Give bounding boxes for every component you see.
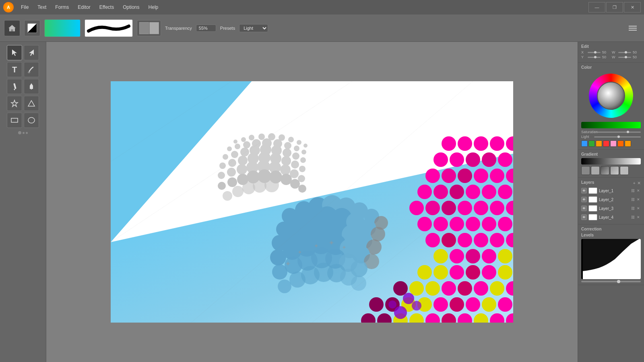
layer-1-lock[interactable]: ✕ xyxy=(636,188,641,193)
transparency-input[interactable] xyxy=(196,25,216,32)
pen-tool[interactable] xyxy=(7,79,22,94)
layout-toggle[interactable] xyxy=(137,20,161,36)
color-preview[interactable] xyxy=(44,19,80,37)
menu-editor[interactable]: Editor xyxy=(74,3,94,12)
ellipse-icon xyxy=(27,116,35,124)
gradient-bar[interactable] xyxy=(581,158,641,165)
gradient-preset-5[interactable] xyxy=(620,166,629,175)
restore-button[interactable]: ❐ xyxy=(606,2,623,12)
layer-3-actions: ⛓ ✕ xyxy=(630,206,641,211)
svg-point-194 xyxy=(482,249,496,263)
swatch-amber[interactable] xyxy=(625,140,631,147)
menu-help[interactable]: Help xyxy=(144,3,163,12)
layer-item-1[interactable]: 👁 Layer_1 ⛓ ✕ xyxy=(581,186,641,195)
layer-eye-1[interactable]: 👁 xyxy=(581,188,587,193)
svg-point-150 xyxy=(417,185,432,199)
layer-eye-2[interactable]: 👁 xyxy=(581,197,587,202)
layer-2-link[interactable]: ⛓ xyxy=(630,197,635,202)
layer-4-link[interactable]: ⛓ xyxy=(630,215,635,220)
svg-text:✦: ✦ xyxy=(297,249,302,255)
layer-2-lock[interactable]: ✕ xyxy=(636,197,641,202)
layers-add-button[interactable]: + xyxy=(633,181,636,186)
layer-item-4[interactable]: 👁 Layer_4 ⛓ ✕ xyxy=(581,213,641,222)
brush-preview[interactable] xyxy=(85,19,133,37)
text-tool[interactable]: T xyxy=(7,62,22,77)
svg-point-66 xyxy=(298,185,306,193)
swatch-red[interactable] xyxy=(603,140,609,147)
svg-point-171 xyxy=(417,217,432,231)
swatch-green[interactable] xyxy=(588,140,595,147)
svg-point-59 xyxy=(227,177,237,187)
brush-tool[interactable] xyxy=(24,62,39,77)
menu-options[interactable]: Options xyxy=(119,3,143,12)
levels-slider[interactable] xyxy=(581,281,641,282)
svg-point-67 xyxy=(223,191,232,201)
svg-point-39 xyxy=(300,157,306,163)
layer-item-3[interactable]: 👁 Layer_3 ⛓ ✕ xyxy=(581,204,641,213)
svg-marker-5 xyxy=(28,101,35,106)
swatch-orange1[interactable] xyxy=(596,140,602,147)
menu-forms[interactable]: Forms xyxy=(51,3,73,12)
minimize-button[interactable]: — xyxy=(588,2,605,12)
perspective-w2-slider[interactable] xyxy=(618,57,631,58)
color-wheel-center[interactable] xyxy=(597,82,625,110)
svg-text:✦: ✦ xyxy=(328,239,334,247)
svg-point-133 xyxy=(466,152,480,167)
perspective-y-slider[interactable] xyxy=(588,57,601,58)
select-arrow-tool[interactable] xyxy=(7,45,22,60)
triangle-tool[interactable] xyxy=(24,96,39,111)
gradient-preset-3[interactable] xyxy=(601,166,609,175)
layer-1-link[interactable]: ⛓ xyxy=(630,188,635,193)
layer-name-4: Layer_4 xyxy=(599,215,629,220)
layer-eye-4[interactable]: 👁 xyxy=(581,214,587,220)
svg-point-31 xyxy=(223,154,228,160)
saturation-slider[interactable] xyxy=(594,132,641,133)
hamburger-menu[interactable] xyxy=(625,23,640,34)
app-logo: A xyxy=(3,2,14,12)
gradient-preset-1[interactable] xyxy=(581,166,590,175)
svg-point-176 xyxy=(498,217,512,231)
hamburger-line-1 xyxy=(629,26,637,27)
perspective-x-slider[interactable] xyxy=(588,52,601,53)
svg-point-163 xyxy=(458,201,472,215)
dot-1 xyxy=(18,131,21,134)
presets-dropdown[interactable]: Light Dark Custom xyxy=(239,24,268,32)
levels-graph[interactable] xyxy=(581,239,641,279)
rectangle-tool[interactable] xyxy=(7,113,22,128)
layer-3-lock[interactable]: ✕ xyxy=(636,206,641,211)
node-select-tool[interactable] xyxy=(24,45,39,60)
layer-3-link[interactable]: ⛓ xyxy=(630,206,635,211)
menu-effects[interactable]: Effects xyxy=(95,3,118,12)
hamburger-line-3 xyxy=(629,30,637,31)
swatch-orange2[interactable] xyxy=(617,140,624,147)
light-slider[interactable] xyxy=(594,136,641,138)
svg-point-173 xyxy=(450,217,464,231)
paint-tool[interactable] xyxy=(24,79,39,94)
gradient-label: Gradient xyxy=(581,152,641,156)
star-tool[interactable] xyxy=(7,96,22,111)
color-hue-bar[interactable] xyxy=(581,122,641,128)
layer-name-2: Layer_2 xyxy=(599,197,629,202)
gradient-preset-2[interactable] xyxy=(591,166,600,175)
layer-4-lock[interactable]: ✕ xyxy=(636,215,641,220)
canvas-area[interactable]: ✦ ✦ ✦ ✦ ✦ // This won't run in SVG conte… xyxy=(46,42,578,362)
black-white-toggle[interactable] xyxy=(24,20,40,36)
layers-delete-button[interactable]: ✕ xyxy=(637,181,641,186)
swatch-blue[interactable] xyxy=(581,140,588,147)
ellipse-tool[interactable] xyxy=(24,113,39,128)
layer-eye-3[interactable]: 👁 xyxy=(581,206,587,211)
svg-point-153 xyxy=(466,185,480,199)
gradient-preset-4[interactable] xyxy=(610,166,619,175)
menu-text[interactable]: Text xyxy=(33,3,50,12)
perspective-w-slider[interactable] xyxy=(618,52,631,53)
home-button[interactable] xyxy=(4,20,20,36)
layer-item-2[interactable]: 👁 Layer_2 ⛓ ✕ xyxy=(581,195,641,204)
swatch-pink[interactable] xyxy=(610,140,617,147)
close-button[interactable]: ✕ xyxy=(624,2,641,12)
menu-file[interactable]: File xyxy=(17,3,33,12)
canvas[interactable]: ✦ ✦ ✦ ✦ ✦ // This won't run in SVG conte… xyxy=(111,81,513,323)
main-area: T xyxy=(0,42,644,362)
svg-point-250 xyxy=(412,301,421,311)
layers-actions: + ✕ xyxy=(633,181,641,186)
color-wheel[interactable] xyxy=(589,74,633,118)
